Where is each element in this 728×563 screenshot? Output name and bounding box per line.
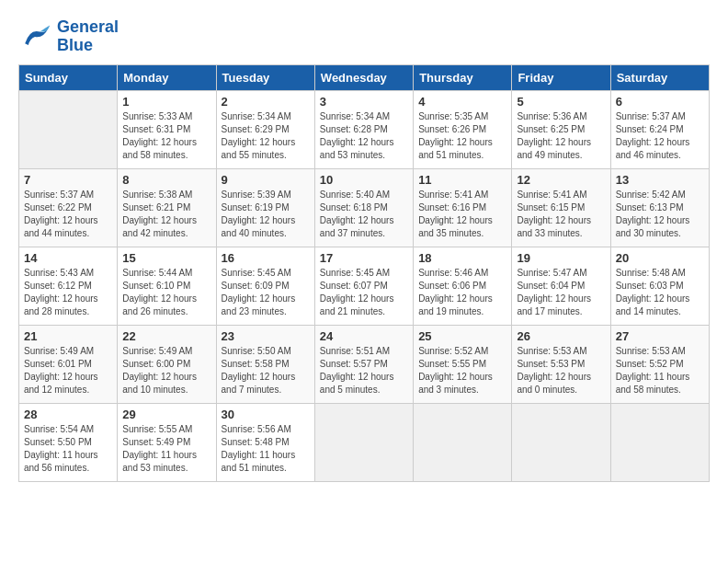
logo-icon [18,20,51,53]
day-number: 22 [122,329,210,343]
day-number: 21 [24,329,112,343]
calendar-cell: 14Sunrise: 5:43 AM Sunset: 6:12 PM Dayli… [19,247,118,325]
day-header-friday: Friday [512,64,610,90]
calendar-week-row: 7Sunrise: 5:37 AM Sunset: 6:22 PM Daylig… [19,168,710,247]
calendar-week-row: 21Sunrise: 5:49 AM Sunset: 6:01 PM Dayli… [19,325,710,403]
day-info: Sunrise: 5:45 AM Sunset: 6:07 PM Dayligh… [320,267,408,318]
calendar-cell: 7Sunrise: 5:37 AM Sunset: 6:22 PM Daylig… [19,168,118,247]
day-info: Sunrise: 5:43 AM Sunset: 6:12 PM Dayligh… [24,267,112,318]
day-info: Sunrise: 5:37 AM Sunset: 6:24 PM Dayligh… [616,110,704,162]
page-header: General Blue [18,18,710,55]
calendar-cell: 27Sunrise: 5:53 AM Sunset: 5:52 PM Dayli… [610,325,709,403]
calendar-cell: 16Sunrise: 5:45 AM Sunset: 6:09 PM Dayli… [216,247,314,325]
day-info: Sunrise: 5:47 AM Sunset: 6:04 PM Dayligh… [517,267,605,318]
day-header-sunday: Sunday [19,64,118,90]
calendar-cell: 15Sunrise: 5:44 AM Sunset: 6:10 PM Dayli… [118,247,216,325]
calendar-week-row: 28Sunrise: 5:54 AM Sunset: 5:50 PM Dayli… [19,403,710,481]
calendar-cell: 1Sunrise: 5:33 AM Sunset: 6:31 PM Daylig… [118,90,216,168]
day-number: 2 [222,95,310,109]
day-header-saturday: Saturday [610,64,709,90]
day-number: 1 [122,95,210,109]
day-info: Sunrise: 5:52 AM Sunset: 5:55 PM Dayligh… [418,345,506,396]
day-number: 10 [320,173,408,187]
day-number: 8 [122,173,210,187]
day-number: 13 [616,173,704,187]
day-info: Sunrise: 5:41 AM Sunset: 6:15 PM Dayligh… [517,189,605,240]
calendar-cell: 17Sunrise: 5:45 AM Sunset: 6:07 PM Dayli… [314,247,413,325]
calendar-header-row: SundayMondayTuesdayWednesdayThursdayFrid… [19,64,710,90]
day-info: Sunrise: 5:34 AM Sunset: 6:28 PM Dayligh… [320,110,408,162]
logo-text: General Blue [57,18,119,55]
calendar-cell: 19Sunrise: 5:47 AM Sunset: 6:04 PM Dayli… [512,247,610,325]
day-info: Sunrise: 5:35 AM Sunset: 6:26 PM Dayligh… [418,110,506,162]
day-info: Sunrise: 5:54 AM Sunset: 5:50 PM Dayligh… [24,423,112,475]
calendar-cell: 12Sunrise: 5:41 AM Sunset: 6:15 PM Dayli… [512,168,610,247]
day-header-monday: Monday [118,64,216,90]
day-info: Sunrise: 5:34 AM Sunset: 6:29 PM Dayligh… [222,110,310,162]
calendar-cell [512,403,610,481]
day-number: 11 [418,173,506,187]
day-number: 28 [24,408,112,421]
day-number: 26 [517,329,605,343]
calendar-cell: 9Sunrise: 5:39 AM Sunset: 6:19 PM Daylig… [216,168,314,247]
day-number: 4 [418,95,506,109]
day-number: 20 [616,251,704,265]
day-info: Sunrise: 5:46 AM Sunset: 6:06 PM Dayligh… [418,267,506,318]
calendar-cell: 29Sunrise: 5:55 AM Sunset: 5:49 PM Dayli… [118,403,216,481]
day-number: 24 [320,329,408,343]
day-info: Sunrise: 5:48 AM Sunset: 6:03 PM Dayligh… [616,267,704,318]
day-header-thursday: Thursday [414,64,512,90]
day-info: Sunrise: 5:38 AM Sunset: 6:21 PM Dayligh… [122,189,210,240]
calendar-cell: 18Sunrise: 5:46 AM Sunset: 6:06 PM Dayli… [414,247,512,325]
calendar-cell: 21Sunrise: 5:49 AM Sunset: 6:01 PM Dayli… [19,325,118,403]
calendar-cell: 28Sunrise: 5:54 AM Sunset: 5:50 PM Dayli… [19,403,118,481]
day-number: 27 [616,329,704,343]
day-info: Sunrise: 5:55 AM Sunset: 5:49 PM Dayligh… [122,423,210,475]
calendar-cell: 20Sunrise: 5:48 AM Sunset: 6:03 PM Dayli… [610,247,709,325]
calendar-table: SundayMondayTuesdayWednesdayThursdayFrid… [18,64,710,482]
day-number: 23 [222,329,310,343]
day-info: Sunrise: 5:53 AM Sunset: 5:53 PM Dayligh… [517,345,605,396]
day-number: 9 [222,173,310,187]
day-number: 29 [122,408,210,421]
day-number: 15 [122,251,210,265]
calendar-cell: 22Sunrise: 5:49 AM Sunset: 6:00 PM Dayli… [118,325,216,403]
day-info: Sunrise: 5:45 AM Sunset: 6:09 PM Dayligh… [222,267,310,318]
calendar-cell: 24Sunrise: 5:51 AM Sunset: 5:57 PM Dayli… [314,325,413,403]
day-info: Sunrise: 5:51 AM Sunset: 5:57 PM Dayligh… [320,345,408,396]
day-number: 25 [418,329,506,343]
day-number: 12 [517,173,605,187]
day-info: Sunrise: 5:49 AM Sunset: 6:00 PM Dayligh… [122,345,210,396]
calendar-cell: 5Sunrise: 5:36 AM Sunset: 6:25 PM Daylig… [512,90,610,168]
day-info: Sunrise: 5:36 AM Sunset: 6:25 PM Dayligh… [517,110,605,162]
calendar-cell: 6Sunrise: 5:37 AM Sunset: 6:24 PM Daylig… [610,90,709,168]
day-header-wednesday: Wednesday [314,64,413,90]
calendar-cell: 26Sunrise: 5:53 AM Sunset: 5:53 PM Dayli… [512,325,610,403]
calendar-week-row: 1Sunrise: 5:33 AM Sunset: 6:31 PM Daylig… [19,90,710,168]
day-number: 16 [222,251,310,265]
day-info: Sunrise: 5:33 AM Sunset: 6:31 PM Dayligh… [122,110,210,162]
day-info: Sunrise: 5:50 AM Sunset: 5:58 PM Dayligh… [222,345,310,396]
day-info: Sunrise: 5:42 AM Sunset: 6:13 PM Dayligh… [616,189,704,240]
calendar-cell: 11Sunrise: 5:41 AM Sunset: 6:16 PM Dayli… [414,168,512,247]
calendar-cell: 25Sunrise: 5:52 AM Sunset: 5:55 PM Dayli… [414,325,512,403]
calendar-week-row: 14Sunrise: 5:43 AM Sunset: 6:12 PM Dayli… [19,247,710,325]
calendar-cell: 8Sunrise: 5:38 AM Sunset: 6:21 PM Daylig… [118,168,216,247]
calendar-cell [314,403,413,481]
day-number: 30 [222,408,310,421]
calendar-cell [19,90,118,168]
day-info: Sunrise: 5:44 AM Sunset: 6:10 PM Dayligh… [122,267,210,318]
day-info: Sunrise: 5:56 AM Sunset: 5:48 PM Dayligh… [222,423,310,475]
logo: General Blue [18,18,119,55]
calendar-cell: 10Sunrise: 5:40 AM Sunset: 6:18 PM Dayli… [314,168,413,247]
day-info: Sunrise: 5:39 AM Sunset: 6:19 PM Dayligh… [222,189,310,240]
calendar-cell: 13Sunrise: 5:42 AM Sunset: 6:13 PM Dayli… [610,168,709,247]
day-info: Sunrise: 5:41 AM Sunset: 6:16 PM Dayligh… [418,189,506,240]
calendar-cell: 3Sunrise: 5:34 AM Sunset: 6:28 PM Daylig… [314,90,413,168]
day-number: 14 [24,251,112,265]
calendar-cell: 30Sunrise: 5:56 AM Sunset: 5:48 PM Dayli… [216,403,314,481]
day-info: Sunrise: 5:40 AM Sunset: 6:18 PM Dayligh… [320,189,408,240]
day-number: 19 [517,251,605,265]
calendar-cell [414,403,512,481]
day-info: Sunrise: 5:49 AM Sunset: 6:01 PM Dayligh… [24,345,112,396]
